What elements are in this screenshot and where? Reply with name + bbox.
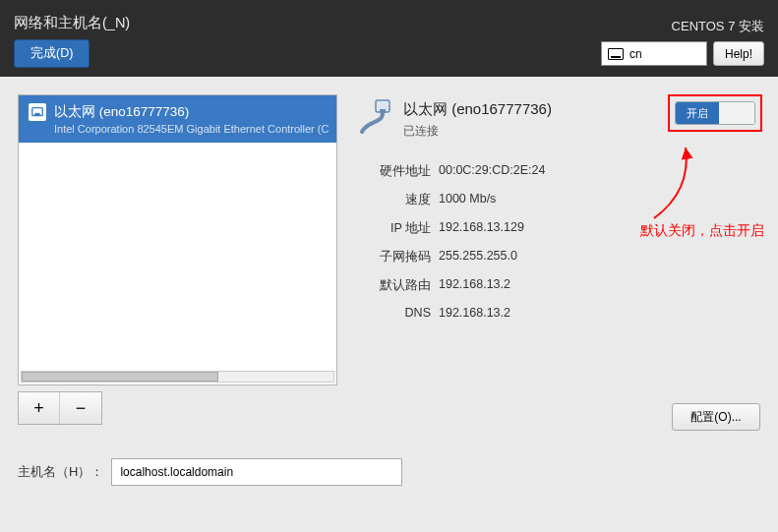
toggle-on-label: 开启 [676,102,719,124]
help-button[interactable]: Help! [713,41,764,66]
remove-interface-button[interactable]: − [60,392,101,424]
network-interfaces-panel: 以太网 (eno16777736) Intel Corporation 8254… [18,94,337,425]
connection-title: 以太网 (eno16777736) [403,100,552,119]
page-title: 网络和主机名(_N) [14,14,130,32]
nic-list-item[interactable]: 以太网 (eno16777736) Intel Corporation 8254… [19,95,336,143]
ethernet-port-icon [29,103,46,121]
svg-rect-1 [34,113,39,116]
nic-item-subtitle: Intel Corporation 82545EM Gigabit Ethern… [54,123,329,135]
scrollbar-thumb[interactable] [22,372,218,382]
ip-address-label: IP 地址 [354,220,431,237]
hostname-row: 主机名（H）： [18,458,402,486]
configure-button[interactable]: 配置(O)... [672,403,760,431]
add-remove-toolbar: + − [18,391,102,425]
installer-title: CENTOS 7 安装 [672,18,764,35]
horizontal-scrollbar[interactable] [21,371,334,383]
keyboard-layout-label: cn [629,47,642,61]
connection-detail-panel: 以太网 (eno16777736) 已连接 开启 默认关闭，点击开启 硬件地址 … [354,98,762,320]
connection-status: 已连接 [403,123,552,140]
hostname-input[interactable] [111,458,402,486]
keyboard-layout-indicator[interactable]: cn [601,41,707,66]
nic-list: 以太网 (eno16777736) Intel Corporation 8254… [18,94,337,385]
speed-label: 速度 [354,192,431,208]
done-button[interactable]: 完成(D) [14,39,90,68]
header-bar: 网络和主机名(_N) 完成(D) CENTOS 7 安装 cn Help! [0,0,778,77]
hostname-label: 主机名（H）： [18,463,103,481]
keyboard-icon [608,48,624,60]
header-right-controls: cn Help! [601,41,764,66]
speed-value: 1000 Mb/s [439,192,762,208]
dns-label: DNS [354,306,431,320]
netmask-label: 子网掩码 [354,249,431,266]
ethernet-cable-icon [354,98,393,136]
connection-details: 硬件地址 00:0C:29:CD:2E:24 速度 1000 Mb/s IP 地… [354,163,762,320]
gateway-label: 默认路由 [354,277,431,294]
dns-value: 192.168.13.2 [439,306,762,320]
hw-address-label: 硬件地址 [354,163,431,180]
nic-item-title: 以太网 (eno16777736) [54,103,329,121]
add-interface-button[interactable]: + [19,392,60,424]
annotation-text: 默认关闭，点击开启 [640,222,764,240]
hw-address-value: 00:0C:29:CD:2E:24 [439,163,762,180]
annotation-highlight-box: 开启 [668,94,762,132]
connection-toggle[interactable]: 开启 [675,101,755,125]
netmask-value: 255.255.255.0 [439,249,762,266]
toggle-handle [719,102,754,124]
gateway-value: 192.168.13.2 [439,277,762,294]
